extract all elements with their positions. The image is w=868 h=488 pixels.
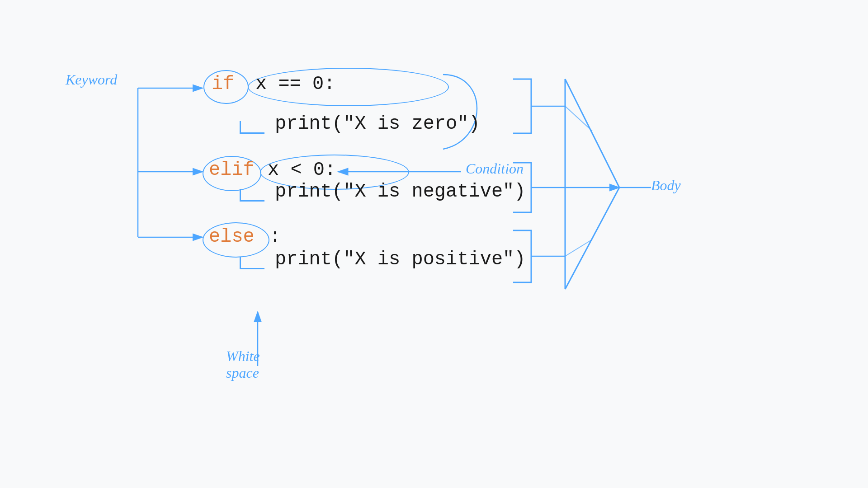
else-indent-mark bbox=[240, 257, 264, 269]
keyword-label: Keyword bbox=[66, 71, 117, 88]
else-body-text: print("X is positive") bbox=[275, 249, 526, 270]
condition-label: Condition bbox=[466, 160, 524, 177]
svg-line-12 bbox=[565, 106, 592, 131]
elif-body-text: print("X is negative") bbox=[275, 181, 526, 202]
if-condition-text: x == 0: bbox=[255, 73, 335, 95]
if-body-text: print("X is zero") bbox=[275, 113, 480, 135]
elif-indent-mark bbox=[240, 189, 264, 202]
svg-line-14 bbox=[565, 239, 592, 256]
if-indent-mark bbox=[240, 121, 264, 134]
else-keyword: else bbox=[209, 226, 255, 248]
arrows-svg bbox=[0, 0, 868, 488]
else-colon: : bbox=[269, 226, 281, 248]
elif-keyword: elif bbox=[209, 159, 255, 181]
diagram: Keyword if x == 0: print("X is zero") el… bbox=[0, 0, 868, 488]
if-keyword: if bbox=[212, 73, 234, 95]
body-label: Body bbox=[651, 177, 681, 194]
elif-condition-text: x < 0: bbox=[268, 159, 336, 181]
whitespace-label: White space bbox=[226, 348, 260, 381]
